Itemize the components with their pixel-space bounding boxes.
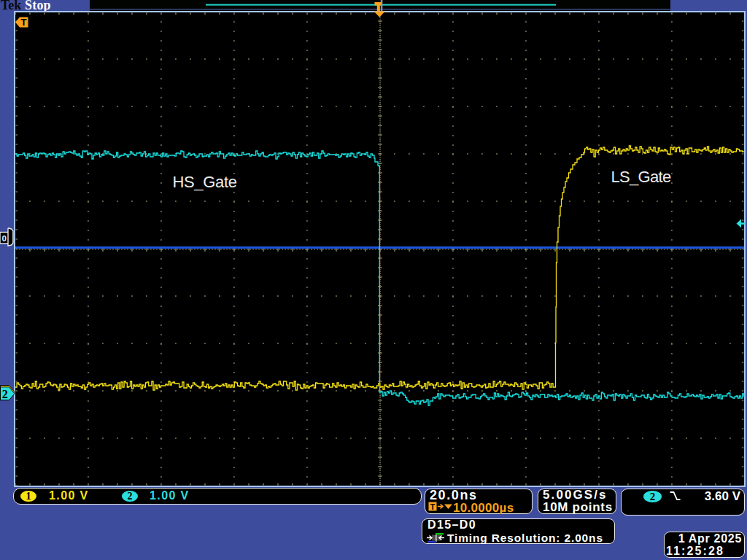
svg-text:0: 0 bbox=[2, 234, 7, 243]
svg-text:T: T bbox=[430, 502, 436, 511]
svg-text:2: 2 bbox=[2, 388, 8, 400]
svg-text:T: T bbox=[21, 17, 27, 28]
